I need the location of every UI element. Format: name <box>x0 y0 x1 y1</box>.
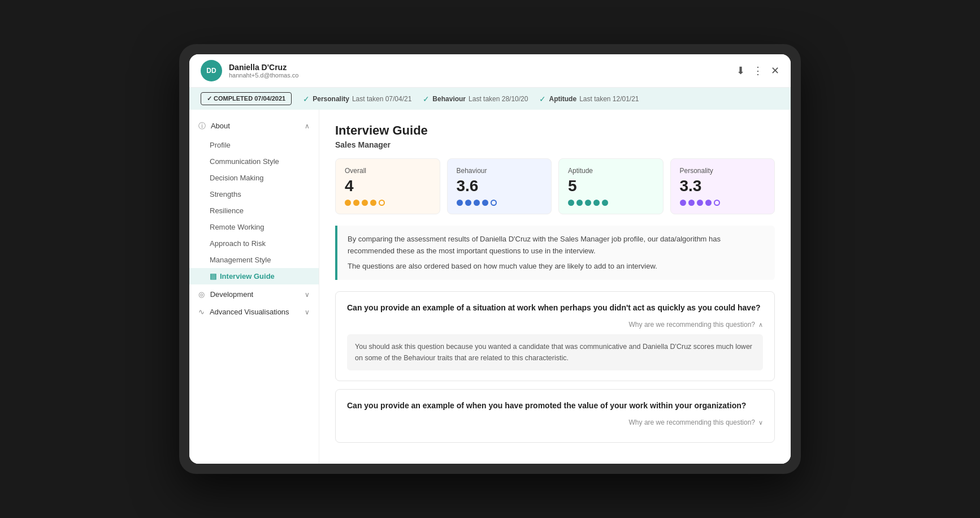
content-area: Interview Guide Sales Manager Overall 4 <box>319 110 791 464</box>
sidebar-section-about[interactable]: ⓘ About ∧ <box>189 116 319 136</box>
header: DD Daniella D'Cruz hannaht+5.d@thomas.co… <box>189 54 791 88</box>
aptitude-check: ✓ <box>539 94 546 103</box>
personality-dots <box>680 200 766 206</box>
sidebar-item-decision[interactable]: Decision Making <box>189 170 319 186</box>
status-behaviour: ✓ Behaviour Last taken 28/10/20 <box>423 94 528 103</box>
b-dot-4 <box>482 200 488 206</box>
why-label-2: Why are we recommending this question? <box>629 418 755 426</box>
aptitude-score-label: Aptitude <box>568 167 654 175</box>
score-card-aptitude: Aptitude 5 <box>558 158 664 214</box>
b-dot-3 <box>474 200 480 206</box>
sidebar-item-resilience[interactable]: Resilience <box>189 202 319 219</box>
about-icon: ⓘ <box>198 122 206 130</box>
b-dot-5 <box>491 200 497 206</box>
sidebar-item-strengths[interactable]: Strengths <box>189 186 319 202</box>
info-box: By comparing the assessment results of D… <box>335 226 775 280</box>
question-2-text: Can you provide an example of when you h… <box>347 400 763 412</box>
development-icon: ◎ <box>198 290 205 299</box>
download-icon[interactable]: ⬇ <box>736 64 745 77</box>
status-aptitude: ✓ Aptitude Last taken 12/01/21 <box>539 94 639 103</box>
interview-label: Interview Guide <box>220 272 275 280</box>
info-text-2: The questions are also ordered based on … <box>348 261 765 273</box>
development-chevron: ∨ <box>305 291 310 299</box>
b-dot-1 <box>457 200 463 206</box>
p-dot-2 <box>688 200 695 206</box>
sidebar-section-development[interactable]: ◎ Development ∨ <box>189 286 319 303</box>
status-bar: ✓ COMPLETED 07/04/2021 ✓ Personality Las… <box>189 88 791 110</box>
sidebar-item-risk[interactable]: Approach to Risk <box>189 235 319 252</box>
overall-value: 4 <box>345 177 431 195</box>
user-name: Daniella D'Cruz <box>229 63 730 72</box>
completed-badge: ✓ COMPLETED 07/04/2021 <box>201 92 292 105</box>
screen: DD Daniella D'Cruz hannaht+5.d@thomas.co… <box>189 54 791 464</box>
question-1-text: Can you provide an example of a situatio… <box>347 302 763 314</box>
b-dot-2 <box>465 200 471 206</box>
why-label-1: Why are we recommending this question? <box>629 321 755 329</box>
a-dot-4 <box>593 200 600 206</box>
dot-3 <box>362 200 368 206</box>
score-card-behaviour: Behaviour 3.6 <box>447 158 552 214</box>
personality-score-value: 3.3 <box>680 177 766 195</box>
p-dot-3 <box>697 200 703 206</box>
dot-4 <box>370 200 376 206</box>
info-text-1: By comparing the assessment results of D… <box>348 234 765 257</box>
sidebar-item-interview[interactable]: ▤ Interview Guide <box>189 268 319 284</box>
aptitude-score-value: 5 <box>568 177 654 195</box>
more-icon[interactable]: ⋮ <box>753 64 763 77</box>
score-card-overall: Overall 4 <box>335 158 440 214</box>
advanced-icon: ∿ <box>198 308 205 316</box>
personality-check: ✓ <box>303 94 310 103</box>
dot-5 <box>379 200 385 206</box>
behaviour-label: Behaviour <box>432 95 466 103</box>
behaviour-date: Last taken 28/10/20 <box>469 95 528 103</box>
why-recommend-2[interactable]: Why are we recommending this question? ∨ <box>347 418 763 426</box>
personality-label: Personality <box>313 95 349 103</box>
advanced-label: Advanced Visualisations <box>210 308 289 316</box>
overall-label: Overall <box>345 167 431 175</box>
header-actions: ⬇ ⋮ ✕ <box>736 64 779 77</box>
dot-2 <box>353 200 359 206</box>
behaviour-score-label: Behaviour <box>457 167 543 175</box>
main-layout: ⓘ About ∧ Profile Communication Style De… <box>189 110 791 464</box>
p-dot-5 <box>714 200 720 206</box>
question-card-2: Can you provide an example of when you h… <box>335 389 775 443</box>
close-icon[interactable]: ✕ <box>771 64 779 77</box>
aptitude-date: Last taken 12/01/21 <box>579 95 639 103</box>
score-cards: Overall 4 Behaviour 3.6 <box>335 158 775 214</box>
behaviour-score-value: 3.6 <box>457 177 543 195</box>
sidebar-section-advanced[interactable]: ∿ Advanced Visualisations ∨ <box>189 303 319 321</box>
aptitude-label: Aptitude <box>549 95 576 103</box>
dot-1 <box>345 200 351 206</box>
interview-icon: ▤ <box>210 272 216 280</box>
personality-score-label: Personality <box>680 167 766 175</box>
behaviour-dots <box>457 200 543 206</box>
page-title: Interview Guide <box>335 123 775 138</box>
header-user: Daniella D'Cruz hannaht+5.d@thomas.co <box>229 63 730 79</box>
sidebar: ⓘ About ∧ Profile Communication Style De… <box>189 110 319 464</box>
behaviour-check: ✓ <box>423 94 430 103</box>
a-dot-2 <box>576 200 583 206</box>
development-label: Development <box>210 290 254 299</box>
sidebar-item-remote[interactable]: Remote Working <box>189 219 319 235</box>
about-chevron: ∧ <box>305 122 310 130</box>
score-card-personality: Personality 3.3 <box>670 158 775 214</box>
a-dot-1 <box>568 200 574 206</box>
why-chevron-2: ∨ <box>758 419 763 426</box>
sidebar-item-profile[interactable]: Profile <box>189 137 319 153</box>
page-subtitle: Sales Manager <box>335 140 775 149</box>
sidebar-item-communication[interactable]: Communication Style <box>189 153 319 170</box>
recommend-box-1: You should ask this question because you… <box>347 334 763 370</box>
about-label: About <box>211 122 230 130</box>
sidebar-item-management[interactable]: Management Style <box>189 252 319 268</box>
a-dot-5 <box>602 200 608 206</box>
why-chevron-1: ∧ <box>758 321 763 329</box>
avatar: DD <box>201 60 222 81</box>
aptitude-dots <box>568 200 654 206</box>
user-email: hannaht+5.d@thomas.co <box>229 72 730 79</box>
why-recommend-1[interactable]: Why are we recommending this question? ∧ <box>347 321 763 329</box>
device-frame: DD Daniella D'Cruz hannaht+5.d@thomas.co… <box>179 44 801 474</box>
p-dot-1 <box>680 200 686 206</box>
advanced-chevron: ∨ <box>305 308 310 316</box>
question-card-1: Can you provide an example of a situatio… <box>335 291 775 381</box>
p-dot-4 <box>705 200 712 206</box>
